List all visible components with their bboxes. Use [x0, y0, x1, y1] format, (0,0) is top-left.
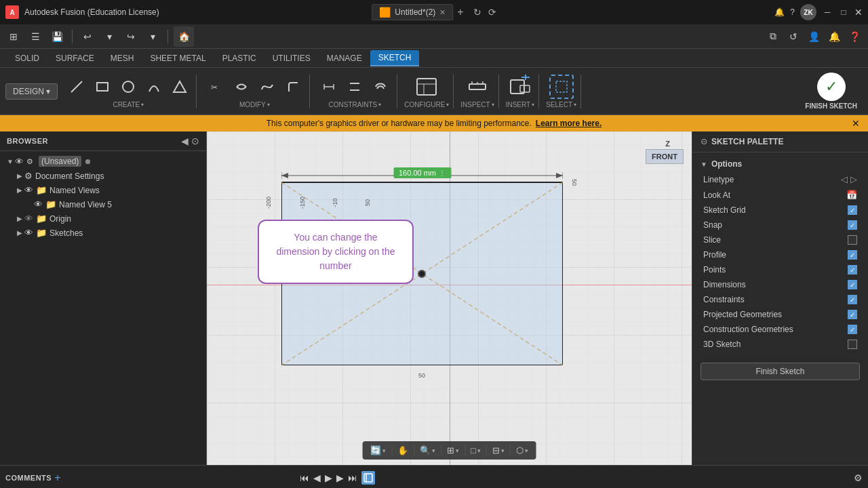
tab-sheetmetal[interactable]: SHEET METAL	[142, 51, 214, 66]
offset-tool[interactable]	[368, 75, 393, 99]
line-tool[interactable]	[64, 75, 89, 99]
orbit-button[interactable]: 🔄 ▾	[368, 444, 389, 457]
construction-geo-checkbox[interactable]	[848, 325, 857, 334]
redo-button[interactable]: ↪	[121, 27, 140, 46]
trim-tool[interactable]: ✂	[203, 75, 228, 99]
fit-button[interactable]: ⊞ ▾	[444, 444, 462, 457]
home-button[interactable]: 🏠	[174, 26, 194, 47]
display-button[interactable]: □ ▾	[468, 444, 484, 457]
fillet-tool[interactable]	[281, 75, 305, 99]
dimensions-checkbox[interactable]	[848, 280, 857, 289]
prev-frame-button[interactable]: ◀	[313, 472, 321, 483]
tree-item-document-settings[interactable]: ▶ ⚙ Document Settings	[0, 169, 206, 183]
configure-tool[interactable]	[414, 75, 439, 99]
dimension-tool[interactable]	[317, 75, 341, 99]
parallel-tool[interactable]	[342, 75, 367, 99]
notify-icon[interactable]: 🔔	[825, 27, 844, 46]
select-tool[interactable]	[549, 75, 574, 99]
tab-manage[interactable]: MANAGE	[319, 51, 370, 66]
community-icon[interactable]: 👤	[804, 27, 823, 46]
home-icon-title[interactable]: ⟳	[488, 7, 496, 18]
undo-button[interactable]: ↩	[78, 27, 97, 46]
save-button[interactable]: 💾	[47, 27, 66, 46]
slice-checkbox[interactable]	[848, 235, 857, 245]
snap-checkbox[interactable]	[848, 220, 857, 230]
refresh-icon[interactable]: ↻	[473, 7, 481, 18]
profile-checkbox[interactable]	[848, 250, 857, 260]
help-icon[interactable]: ?	[790, 7, 795, 17]
tree-item-unsaved[interactable]: ▼ 👁 ⚙ (Unsaved) ⏺	[0, 154, 206, 169]
minimize-button[interactable]: ─	[822, 7, 833, 18]
expand-icon[interactable]: ▼	[5, 158, 15, 165]
expand-icon[interactable]: ▶	[15, 172, 24, 180]
constraints-checkbox[interactable]	[848, 295, 857, 304]
comments-button[interactable]: COMMENTS	[5, 474, 52, 482]
circle-tool[interactable]	[116, 75, 140, 99]
measure-tool[interactable]	[465, 75, 490, 99]
pan-button[interactable]: ✋	[395, 444, 411, 457]
finish-sketch-ribbon-button[interactable]: ✓	[817, 73, 846, 101]
tree-item-origin[interactable]: ▶ 👁 📁 Origin	[0, 211, 206, 226]
more-button[interactable]: ⬡ ▾	[513, 444, 531, 457]
tree-item-named-views[interactable]: ▶ 👁 📁 Named Views	[0, 183, 206, 197]
user-avatar[interactable]: ZK	[800, 4, 816, 20]
browser-settings-button[interactable]: ⊙	[191, 136, 199, 146]
front-view-button[interactable]: FRONT	[646, 149, 684, 164]
dimension-value-box[interactable]: 160.00 mm ⋮	[393, 167, 451, 178]
settings-button[interactable]: ⚙	[854, 472, 863, 483]
dimension-menu-icon[interactable]: ⋮	[439, 169, 446, 177]
close-window-button[interactable]: ✕	[854, 7, 863, 18]
tree-item-named-view-5[interactable]: 👁 📁 Named View 5	[0, 197, 206, 211]
help-nav-icon[interactable]: ❓	[845, 27, 864, 46]
linetype-prev-icon[interactable]: ◁	[841, 174, 848, 184]
expand-icon[interactable]: ▶	[15, 215, 24, 222]
tab-plastic[interactable]: PLASTIC	[214, 51, 264, 66]
tree-item-sketches[interactable]: ▶ 👁 📁 Sketches	[0, 226, 206, 240]
finish-sketch-palette-button[interactable]: Finish Sketch	[701, 363, 860, 380]
expand-icon[interactable]: ▶	[15, 229, 24, 237]
record-icon[interactable]: ⏺	[84, 157, 92, 165]
update-icon[interactable]: ↺	[784, 27, 803, 46]
grid-button[interactable]: ⊟ ▾	[490, 444, 507, 457]
warning-link[interactable]: Learn more here.	[536, 119, 601, 128]
add-comment-button[interactable]: +	[54, 472, 60, 484]
linetype-next-icon[interactable]: ▷	[850, 174, 857, 184]
spline-tool[interactable]	[255, 75, 279, 99]
triangle-tool[interactable]	[167, 75, 192, 99]
navcube[interactable]: Z FRONT	[650, 140, 684, 180]
next-frame-button[interactable]: ▶	[336, 472, 344, 483]
close-tab-button[interactable]: ✕	[439, 8, 446, 17]
tab-utilities[interactable]: UTILITIES	[264, 51, 319, 66]
calendar-icon[interactable]: 📅	[846, 190, 857, 200]
3d-sketch-checkbox[interactable]	[848, 340, 857, 349]
arc-tool[interactable]	[142, 75, 166, 99]
active-tab[interactable]: 🟧 Untitled*(2) ✕	[372, 4, 453, 20]
browser-collapse-button[interactable]: ◀	[181, 136, 189, 146]
rectangle-tool[interactable]	[90, 75, 115, 99]
maximize-button[interactable]: □	[838, 7, 849, 18]
add-tab-button[interactable]: +	[457, 6, 463, 18]
menu-button[interactable]: ☰	[26, 27, 45, 46]
bell-icon[interactable]: 🔔	[774, 7, 785, 17]
sketch-grid-checkbox[interactable]	[848, 205, 857, 215]
last-frame-button[interactable]: ⏭	[348, 472, 357, 483]
zoom-button[interactable]: 🔍 ▾	[417, 444, 438, 457]
undo-arrow[interactable]: ▾	[100, 27, 119, 46]
options-section-title[interactable]: ▼ Options	[692, 157, 868, 171]
extensions-icon[interactable]: ⧉	[764, 27, 783, 46]
timeline-marker[interactable]	[361, 471, 375, 485]
tab-surface[interactable]: SURFACE	[47, 51, 102, 66]
tab-mesh[interactable]: MESH	[102, 51, 142, 66]
extend-tool[interactable]	[229, 75, 254, 99]
design-button[interactable]: DESIGN ▾	[5, 83, 58, 100]
expand-icon[interactable]: ▶	[15, 186, 24, 194]
play-button[interactable]: ▶	[325, 472, 332, 483]
projected-geo-checkbox[interactable]	[848, 310, 857, 319]
close-warning-button[interactable]: ✕	[852, 118, 860, 129]
points-checkbox[interactable]	[848, 265, 857, 274]
tab-solid[interactable]: SOLID	[7, 51, 47, 66]
redo-arrow[interactable]: ▾	[143, 27, 162, 46]
grid-view-button[interactable]: ⊞	[4, 27, 23, 46]
tab-sketch[interactable]: SKETCH	[370, 50, 420, 66]
first-frame-button[interactable]: ⏮	[300, 472, 309, 483]
